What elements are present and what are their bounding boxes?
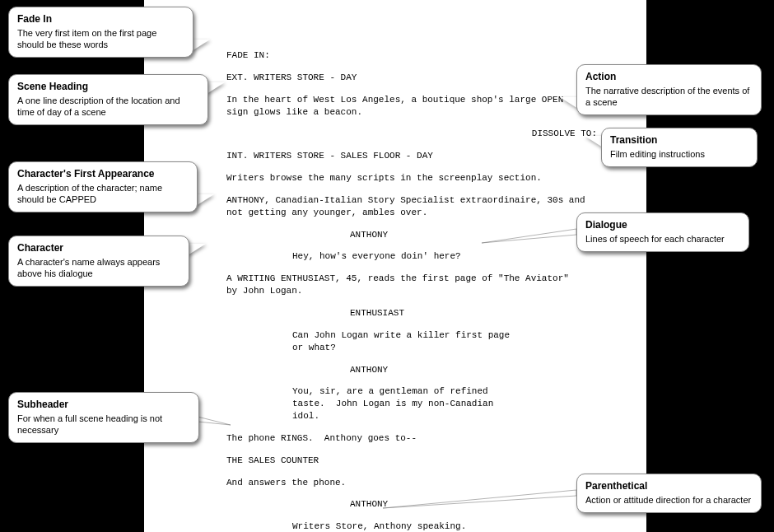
callout-title: Action bbox=[585, 71, 753, 84]
dialogue-2: Can John Logan write a killer first page… bbox=[292, 329, 523, 354]
callout-title: Fade In bbox=[17, 13, 184, 26]
screenplay-body: FADE IN: EXT. WRITERS STORE - DAY In the… bbox=[226, 49, 638, 532]
callout-character: Character A character's name always appe… bbox=[8, 236, 189, 287]
callout-desc: Lines of speech for each character bbox=[585, 233, 740, 245]
action-4: A WRITING ENTHUSIAST, 45, reads the firs… bbox=[226, 273, 572, 297]
callout-desc: The narrative description of the events … bbox=[585, 85, 753, 109]
callout-tail bbox=[196, 194, 214, 206]
callout-tail bbox=[585, 136, 603, 147]
callout-dialogue: Dialogue Lines of speech for each charac… bbox=[576, 212, 749, 252]
callout-parenthetical: Parenthetical Action or attitude directi… bbox=[576, 474, 762, 513]
callout-scene-heading: Scene Heading A one line description of … bbox=[8, 74, 208, 125]
callout-desc: Action or attitude direction for a chara… bbox=[585, 494, 753, 506]
callout-desc: For when a full scene heading is not nec… bbox=[17, 413, 190, 436]
scene-heading-2: INT. WRITERS STORE - SALES FLOOR - DAY bbox=[226, 150, 638, 162]
subheader: THE SALES COUNTER bbox=[226, 455, 638, 467]
callout-tail bbox=[188, 244, 206, 255]
callout-tail bbox=[207, 82, 225, 94]
callout-title: Transition bbox=[610, 134, 748, 147]
callout-desc: A description of the character; name sho… bbox=[17, 182, 189, 206]
callout-tail bbox=[560, 97, 578, 109]
callout-title: Scene Heading bbox=[17, 81, 199, 94]
callout-tail bbox=[192, 40, 210, 51]
callout-title: Character bbox=[17, 242, 180, 255]
dialogue-1: Hey, how's everyone doin' here? bbox=[292, 250, 523, 263]
callout-title: Dialogue bbox=[585, 219, 740, 232]
transition-1: DISSOLVE TO: bbox=[226, 128, 638, 140]
callout-subheader: Subheader For when a full scene heading … bbox=[8, 392, 199, 443]
callout-transition: Transition Film editing instructions bbox=[601, 128, 758, 167]
fade-in: FADE IN: bbox=[226, 49, 638, 62]
callout-fade-in: Fade In The very first item on the first… bbox=[8, 7, 194, 58]
callout-desc: The very first item on the first page sh… bbox=[17, 27, 184, 51]
dialogue-3: You, sir, are a gentleman of refined tas… bbox=[292, 385, 523, 422]
callout-title: Subheader bbox=[17, 399, 190, 412]
callout-action: Action The narrative description of the … bbox=[576, 64, 762, 115]
callout-title: Parenthetical bbox=[585, 480, 753, 493]
character-cue-anthony-2: ANTHONY bbox=[350, 364, 638, 376]
action-3: ANTHONY, Canadian-Italian Story Speciali… bbox=[226, 194, 589, 219]
callout-char-first: Character's First Appearance A descripti… bbox=[8, 161, 198, 212]
dialogue-4: Writers Store, Anthony speaking. bbox=[292, 520, 523, 532]
action-2: Writers browse the many scripts in the s… bbox=[226, 172, 638, 184]
character-cue-enthusiast: ENTHUSIAST bbox=[350, 307, 638, 320]
callout-title: Character's First Appearance bbox=[17, 168, 189, 181]
action-1: In the heart of West Los Angeles, a bout… bbox=[226, 94, 572, 119]
callout-desc: Film editing instructions bbox=[610, 148, 748, 160]
callout-desc: A character's name always appears above … bbox=[17, 256, 180, 280]
action-5: The phone RINGS. Anthony goes to-- bbox=[226, 432, 638, 445]
callout-desc: A one line description of the location a… bbox=[17, 95, 199, 119]
